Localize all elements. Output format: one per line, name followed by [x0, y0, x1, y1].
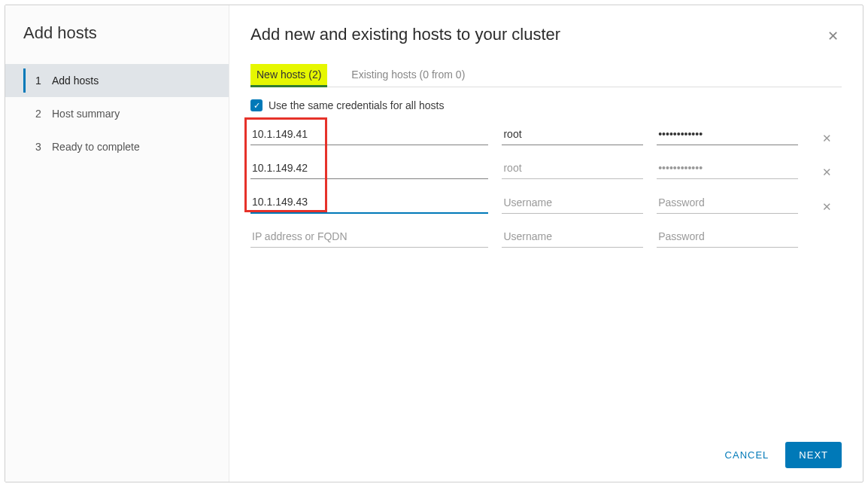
- tab-new-hosts[interactable]: New hosts (2): [250, 64, 327, 87]
- host-address-input[interactable]: [250, 157, 488, 179]
- host-username-input[interactable]: [502, 157, 643, 179]
- next-button[interactable]: NEXT: [785, 442, 842, 468]
- wizard-footer: CANCEL NEXT: [250, 430, 842, 468]
- close-icon: ✕: [822, 200, 832, 213]
- remove-host-button[interactable]: ✕: [812, 132, 842, 145]
- step-number: 1: [35, 75, 49, 87]
- same-credentials-label: Use the same credentials for all hosts: [269, 99, 444, 111]
- tab-existing-hosts[interactable]: Existing hosts (0 from 0): [348, 64, 468, 87]
- close-icon: ✕: [822, 132, 832, 145]
- host-row: ✕: [250, 226, 842, 248]
- step-add-hosts[interactable]: 1 Add hosts: [5, 64, 229, 97]
- host-row: ✕: [250, 157, 842, 179]
- step-label: Add hosts: [49, 75, 99, 87]
- host-tabs: New hosts (2) Existing hosts (0 from 0): [250, 64, 842, 87]
- step-number: 3: [35, 141, 49, 153]
- same-credentials-row: ✓ Use the same credentials for all hosts: [250, 99, 842, 111]
- host-password-input[interactable]: [657, 192, 798, 214]
- main-header: Add new and existing hosts to your clust…: [250, 25, 842, 47]
- step-number: 2: [35, 108, 49, 120]
- check-icon: ✓: [253, 101, 260, 111]
- wizard-steps: 1 Add hosts 2 Host summary 3 Ready to co…: [5, 64, 229, 163]
- host-username-input[interactable]: [502, 192, 643, 214]
- host-password-input[interactable]: [657, 226, 798, 248]
- host-username-input[interactable]: [502, 123, 643, 145]
- step-host-summary[interactable]: 2 Host summary: [5, 97, 229, 130]
- host-password-input[interactable]: [657, 157, 798, 179]
- close-button[interactable]: ✕: [824, 25, 842, 47]
- host-rows: ✕ ✕ ✕ ✕: [250, 123, 842, 248]
- remove-host-button[interactable]: ✕: [812, 166, 842, 179]
- page-title: Add new and existing hosts to your clust…: [250, 25, 560, 44]
- wizard-sidebar: Add hosts 1 Add hosts 2 Host summary 3 R…: [5, 5, 229, 482]
- close-icon: ✕: [822, 166, 832, 178]
- step-label: Ready to complete: [49, 141, 140, 153]
- step-ready-complete[interactable]: 3 Ready to complete: [5, 130, 229, 163]
- close-icon: ✕: [827, 29, 839, 44]
- host-password-input[interactable]: [657, 123, 798, 145]
- host-row: ✕: [250, 191, 842, 214]
- host-address-input[interactable]: [250, 191, 488, 214]
- sidebar-title: Add hosts: [5, 23, 229, 64]
- host-address-input[interactable]: [250, 226, 488, 248]
- add-hosts-dialog: Add hosts 1 Add hosts 2 Host summary 3 R…: [5, 5, 863, 482]
- host-row: ✕: [250, 123, 842, 145]
- wizard-main: Add new and existing hosts to your clust…: [229, 5, 863, 482]
- remove-host-button[interactable]: ✕: [812, 200, 842, 214]
- same-credentials-checkbox[interactable]: ✓: [250, 99, 263, 111]
- host-address-input[interactable]: [250, 123, 488, 145]
- step-label: Host summary: [49, 108, 120, 120]
- cancel-button[interactable]: CANCEL: [722, 442, 772, 468]
- host-username-input[interactable]: [502, 226, 643, 248]
